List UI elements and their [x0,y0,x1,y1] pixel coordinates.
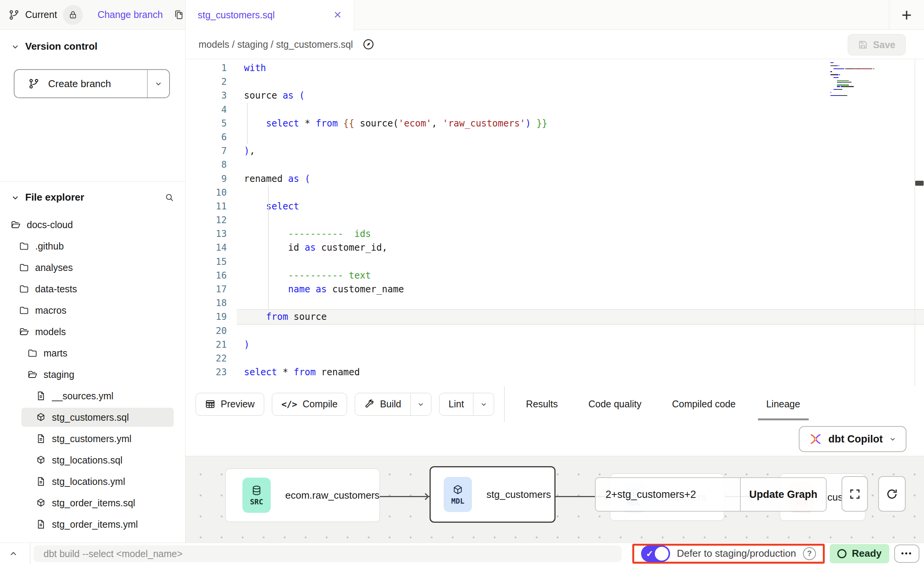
command-input[interactable] [34,545,622,562]
code-line-23[interactable]: 23select * from renamed [186,365,924,379]
tree-item-stg-customers-sql[interactable]: stg_customers.sql [0,407,185,428]
file-explorer-section: File explorer docs-cloud.githubanalysesd… [0,182,185,543]
tree-item-stg-customers-yml[interactable]: stg_customers.yml [0,428,185,449]
code-line-10[interactable]: 10 [186,186,924,199]
preview-button[interactable]: Preview [195,393,264,416]
overflow-menu-button[interactable]: ••• [894,545,919,563]
code-text: ), [237,144,924,158]
code-editor[interactable]: 1with23source as (45 select * from {{ so… [186,59,924,386]
lint-button[interactable]: Lint [439,393,494,416]
code-line-5[interactable]: 5 select * from {{ source('ecom', 'raw_c… [186,117,924,130]
source-badge: SRC [242,478,271,513]
tree-item-docs-cloud[interactable]: docs-cloud [0,214,185,235]
tree-item-marts[interactable]: marts [0,342,185,364]
lineage-selector-input[interactable] [596,478,740,511]
tree-item-stg-order-items-yml[interactable]: stg_order_items.yml [0,514,185,535]
tab-code-quality[interactable]: Code quality [588,386,641,422]
tab-lineage[interactable]: Lineage [766,386,800,422]
code-line-18[interactable]: 18 [186,296,924,310]
tree-item-stg-order-items-sql[interactable]: stg_order_items.sql [0,492,185,514]
code-line-4[interactable]: 4 [186,103,924,117]
lineage-node-stg-customers[interactable]: MDL stg_customers [430,466,556,523]
code-text: name as customer_name [237,282,924,296]
scrollbar-thumb[interactable] [915,181,924,186]
code-line-3[interactable]: 3source as ( [186,89,924,102]
code-line-13[interactable]: 13 ---------- ids [186,227,924,241]
tree-item-analyses[interactable]: analyses [0,257,185,278]
cube-icon [452,484,464,496]
folder-icon [19,284,29,294]
bottom-command-bar: ✓ Defer to staging/production ? Ready ••… [0,543,924,564]
refresh-button[interactable] [878,476,906,512]
defer-toggle[interactable]: ✓ [641,545,670,562]
save-button[interactable]: Save [848,34,906,55]
code-line-6[interactable]: 6 [186,130,924,144]
tab-compiled-code[interactable]: Compiled code [672,386,736,422]
copy-icon[interactable] [173,10,184,20]
code-line-9[interactable]: 9renamed as ( [186,172,924,186]
status-badge: Ready [830,544,889,563]
code-line-1[interactable]: 1with [186,61,924,75]
version-control-title: Version control [25,41,97,52]
line-number: 23 [186,365,227,379]
code-line-22[interactable]: 22 [186,352,924,365]
code-line-8[interactable]: 8 [186,158,924,172]
chevron-down-icon [417,400,425,408]
create-branch-dropdown[interactable] [147,70,169,97]
code-line-7[interactable]: 7), [186,144,924,158]
code-line-2[interactable]: 2 [186,75,924,89]
lineage-node-raw-customers[interactable]: SRC ecom.raw_customers [225,468,380,522]
code-text: from source [237,310,924,324]
code-line-20[interactable]: 20 [186,324,924,338]
code-line-11[interactable]: 11 select [186,199,924,213]
tab-results[interactable]: Results [526,386,558,422]
update-graph-button[interactable]: Update Graph [741,478,826,511]
code-line-15[interactable]: 15 [186,255,924,269]
code-text: renamed as ( [237,172,924,186]
close-icon[interactable]: ✕ [333,9,342,21]
collapse-panel-button[interactable] [8,549,18,559]
branch-lock-badge [63,5,83,25]
tree-item-staging[interactable]: staging [0,364,185,385]
help-icon[interactable]: ? [803,547,816,560]
compile-button[interactable]: </> Compile [272,393,347,416]
tree-item--sources-yml[interactable]: __sources.yml [0,385,185,407]
line-number: 18 [186,296,227,310]
search-icon[interactable] [165,193,174,203]
fullscreen-button[interactable] [842,476,868,512]
bottom-bar-right: ✓ Defer to staging/production ? Ready ••… [632,543,919,564]
tree-item-stg-locations-sql[interactable]: stg_locations.sql [0,449,185,471]
code-line-21[interactable]: 21) [186,338,924,352]
code-line-19[interactable]: 19 from source [186,310,924,324]
chevron-down-icon[interactable] [11,193,20,202]
chevron-down-icon[interactable] [11,42,20,51]
build-button[interactable]: Build [355,393,431,416]
lineage-compass-icon[interactable] [362,38,375,51]
code-text [237,255,924,269]
code-line-12[interactable]: 12 [186,213,924,227]
new-tab-button[interactable]: + [901,6,912,24]
code-text: select [237,199,924,213]
code-line-16[interactable]: 16 ---------- text [186,269,924,282]
bottom-bar-divider [30,543,31,564]
tab-stg-customers[interactable]: stg_customers.sql ✕ [186,0,354,31]
tree-item-macros[interactable]: macros [0,300,185,321]
lineage-canvas[interactable]: SRC ecom.raw_customers MDL stg_customers… [186,456,924,543]
node-label: stg_customers [486,489,551,501]
create-branch-label: Create branch [48,78,111,90]
lint-dropdown[interactable] [473,393,494,415]
file-tree: docs-cloud.githubanalysesdata-testsmacro… [0,214,185,535]
create-branch-button[interactable]: Create branch [14,69,170,98]
code-line-17[interactable]: 17 name as customer_name [186,282,924,296]
tree-item-data-tests[interactable]: data-tests [0,278,185,300]
code-line-14[interactable]: 14 id as customer_id, [186,241,924,254]
lineage-selector-bar: Update Graph [595,477,827,512]
dbt-cloud-ide: Current Change branch Version control [0,0,924,564]
tree-item-stg-locations-yml[interactable]: stg_locations.yml [0,471,185,492]
change-branch-link[interactable]: Change branch [97,9,163,20]
dbt-copilot-button[interactable]: dbt Copilot [799,426,906,452]
tree-item-models[interactable]: models [0,321,185,342]
tree-item--github[interactable]: .github [0,235,185,257]
minimap[interactable] [830,62,877,96]
build-dropdown[interactable] [410,393,431,415]
